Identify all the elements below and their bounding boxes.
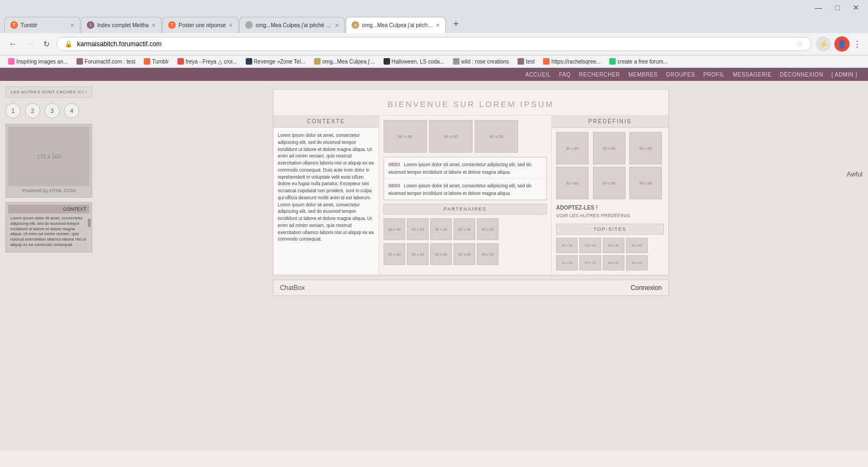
partner-1[interactable]: 40 x 40 bbox=[384, 218, 405, 240]
voir-autres-link[interactable]: VOIR LES AUTRES PRÉDÉFINIS bbox=[552, 212, 668, 223]
thumb-large-img: 170 x 160 bbox=[8, 127, 90, 186]
close-button[interactable]: ✕ bbox=[848, 2, 864, 13]
partner-5[interactable]: 40 x 40 bbox=[477, 218, 499, 240]
context-column: CONTEXTE Lorem ipsum dolor sit amet, con… bbox=[273, 116, 379, 275]
sidebar-thumbnail-small: CONTEXT Lorem ipsum dolor sit amet, cons… bbox=[5, 202, 92, 253]
top-site-3[interactable]: 40 x 40 bbox=[603, 238, 624, 253]
chatbox-connexion[interactable]: Connexion bbox=[631, 284, 662, 292]
bookmark-freya[interactable]: freya - Freya △ croi... bbox=[174, 57, 241, 66]
bookmark-forumactif[interactable]: Forumactif.com : test bbox=[73, 57, 139, 66]
bookmark-halloween[interactable]: Halloween, LS coda... bbox=[380, 57, 448, 66]
predef-1[interactable]: 80 x 80 bbox=[556, 132, 589, 165]
page-num-2[interactable]: 2 bbox=[25, 103, 40, 118]
address-bar[interactable]: 🔒 ☆ bbox=[56, 37, 812, 51]
nav-messagerie[interactable]: MESSAGERIE bbox=[733, 72, 771, 78]
bookmark-test[interactable]: test bbox=[514, 57, 538, 66]
predef-3[interactable]: 80 x 80 bbox=[629, 132, 662, 165]
predefinis-grid: 80 x 80 80 x 80 80 x 80 80 x 80 80 x 80 … bbox=[552, 128, 668, 204]
main-area: LES AUTRES SONT CACHÉS ICI ! 1 2 3 4 170… bbox=[0, 81, 868, 450]
top-site-2[interactable]: 40 x 40 bbox=[579, 238, 601, 253]
forum-nav-bar: ACCUEIL FAQ RECHERCHER MEMBRES GROUPES P… bbox=[0, 68, 868, 81]
page-num-1[interactable]: 1 bbox=[5, 103, 21, 118]
thumb-small-header: CONTEXT bbox=[8, 205, 90, 213]
bookmark-wild[interactable]: wild : rose creations bbox=[449, 57, 513, 66]
bookmark-inspiring[interactable]: Inspiring images an... bbox=[4, 57, 72, 66]
partner-6[interactable]: 40 x 40 bbox=[384, 243, 405, 265]
forward-button[interactable]: → bbox=[24, 37, 37, 51]
tab-omg1[interactable]: omg...Mea Culpea j'ai péché ! - B... ✕ bbox=[239, 17, 345, 33]
context-header: CONTEXTE bbox=[273, 116, 379, 128]
reload-button[interactable]: ↻ bbox=[41, 37, 52, 51]
tab-omg2[interactable]: o omg...Mea Culpea j'ai péché ! ✕ bbox=[346, 17, 446, 33]
top-site-5[interactable]: 40 x 40 bbox=[556, 255, 578, 270]
tab-label-poster: Poster une réponse bbox=[178, 22, 226, 28]
tab-close-meitha-icon[interactable]: ✕ bbox=[151, 22, 156, 28]
news-item-2: 08/03 Lorem ipsum dolor sit amet, consec… bbox=[384, 179, 546, 200]
nav-admin[interactable]: [ ADMIN ] bbox=[832, 72, 857, 78]
forum-title: BIENVENUE SUR LOREM IPSUM bbox=[273, 90, 668, 115]
top-site-7[interactable]: 40 x 40 bbox=[603, 255, 624, 270]
nav-groupes[interactable]: GROUPES bbox=[666, 72, 695, 78]
top-site-6[interactable]: 40 x 40 bbox=[579, 255, 601, 270]
bookmark-create[interactable]: create a free forum... bbox=[605, 57, 672, 66]
menu-icon[interactable]: ⋮ bbox=[853, 39, 861, 49]
tab-index-meitha[interactable]: I Index complet Meitha ✕ bbox=[81, 17, 162, 33]
adopt-label: ADOPTEZ-LES ! bbox=[552, 204, 668, 212]
thumb-text-preview: Lorem ipsum dolor sit amet, consectetur … bbox=[8, 213, 90, 250]
tab-close-poster-icon[interactable]: ✕ bbox=[228, 22, 233, 28]
nav-deconnexion[interactable]: DÉCONNEXION bbox=[780, 72, 823, 78]
nav-faq[interactable]: FAQ bbox=[559, 72, 571, 78]
predef-2[interactable]: 80 x 80 bbox=[593, 132, 626, 165]
tab-label-omg1: omg...Mea Culpea j'ai péché ! - B... bbox=[256, 22, 332, 28]
tab-close-icon[interactable]: ✕ bbox=[70, 22, 74, 28]
nav-rechercher[interactable]: RECHERCHER bbox=[579, 72, 620, 78]
middle-column: 80 x 60 80 x 60 80 x 60 08/03 Lorem ipsu… bbox=[379, 116, 552, 275]
partner-10[interactable]: 40 x 40 bbox=[477, 243, 499, 265]
thumb-scrollbar bbox=[88, 213, 91, 251]
nav-accueil[interactable]: ACCUEIL bbox=[525, 72, 551, 78]
top-site-8[interactable]: 40 x 40 bbox=[626, 255, 648, 270]
minimize-button[interactable]: — bbox=[810, 2, 827, 13]
page-num-4[interactable]: 4 bbox=[64, 103, 79, 118]
back-button[interactable]: ← bbox=[7, 37, 20, 51]
awful-label: Awful bbox=[847, 171, 863, 178]
predef-4[interactable]: 80 x 80 bbox=[556, 167, 589, 199]
partner-2[interactable]: 40 x 40 bbox=[407, 218, 429, 240]
tab-close-omg2-icon[interactable]: ✕ bbox=[436, 22, 440, 28]
extensions-icon[interactable]: ⚡ bbox=[816, 36, 831, 52]
top-site-1[interactable]: 40 x 40 bbox=[556, 238, 578, 253]
news-text-1: Lorem ipsum dolor sit amet, consectetur … bbox=[388, 162, 531, 175]
partner-7[interactable]: 40 x 40 bbox=[407, 243, 429, 265]
predefinis-header: PRÉDÉFINIS bbox=[552, 116, 668, 128]
news-item-1: 08/03 Lorem ipsum dolor sit amet, consec… bbox=[384, 157, 546, 179]
bookmark-forumactif-label: Forumactif.com : test bbox=[85, 59, 135, 65]
new-tab-button[interactable]: + bbox=[446, 15, 465, 33]
tab-poster[interactable]: T Poster une réponse ✕ bbox=[162, 17, 239, 33]
tab-label-omg2: omg...Mea Culpea j'ai péché ! bbox=[362, 22, 433, 28]
partner-9[interactable]: 40 x 40 bbox=[454, 243, 475, 265]
bookmark-tumblr[interactable]: Tumblr bbox=[140, 57, 173, 66]
bookmark-rachels[interactable]: https://rachelsqree... bbox=[539, 57, 604, 66]
tab-tumblr[interactable]: T Tumblr ✕ bbox=[4, 17, 80, 33]
thumb-powered-label: Powered by HTML.COM bbox=[8, 186, 90, 195]
predef-6[interactable]: 80 x 80 bbox=[629, 167, 662, 199]
profile-icon[interactable]: 👤 bbox=[834, 36, 850, 52]
predef-5[interactable]: 80 x 80 bbox=[593, 167, 626, 199]
nav-membres[interactable]: MEMBRES bbox=[628, 72, 658, 78]
maximize-button[interactable]: □ bbox=[831, 2, 844, 13]
bookmark-inspiring-label: Inspiring images an... bbox=[16, 59, 68, 65]
page-num-3[interactable]: 3 bbox=[44, 103, 60, 118]
bookmark-omg[interactable]: omg...Mea Culpea j'... bbox=[310, 57, 379, 66]
address-input[interactable] bbox=[77, 40, 792, 48]
partner-4[interactable]: 40 x 40 bbox=[454, 218, 475, 240]
toolbar-right-icons: ⚡ 👤 ⋮ bbox=[816, 36, 861, 52]
nav-profil[interactable]: PROFIL bbox=[703, 72, 724, 78]
partner-3[interactable]: 40 x 40 bbox=[430, 218, 452, 240]
top-site-4[interactable]: 40 x 40 bbox=[626, 238, 648, 253]
bookmark-star-icon[interactable]: ☆ bbox=[796, 40, 803, 48]
context-text: Lorem ipsum dolor sit amet, consectetur … bbox=[273, 128, 379, 274]
bookmark-revenge[interactable]: Revenge »Zone Tel... bbox=[242, 57, 309, 66]
bookmark-create-label: create a free forum... bbox=[617, 59, 668, 65]
partner-8[interactable]: 40 x 40 bbox=[430, 243, 452, 265]
tab-close-omg1-icon[interactable]: ✕ bbox=[335, 22, 339, 28]
